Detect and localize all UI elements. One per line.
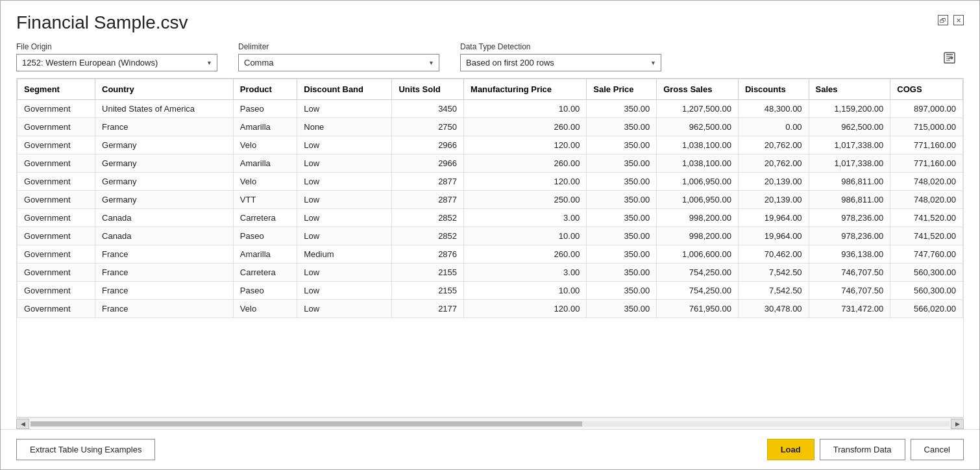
table-row: GovernmentUnited States of AmericaPaseoL… xyxy=(18,100,963,118)
horizontal-scrollbar[interactable]: ◀ ▶ xyxy=(16,417,964,429)
table-cell: 771,160.00 xyxy=(890,155,963,173)
table-cell: 715,000.00 xyxy=(890,118,963,136)
dialog-title: Financial Sample.csv xyxy=(16,12,188,33)
table-cell: 7,542.50 xyxy=(738,282,809,300)
table-cell: 2966 xyxy=(392,136,464,155)
table-cell: Carretera xyxy=(233,209,297,227)
delimiter-group: Delimiter CommaTabSemicolonSpaceColon xyxy=(238,42,439,71)
table-cell: France xyxy=(95,245,234,264)
table-cell: Government xyxy=(18,245,95,264)
table-cell: 350.00 xyxy=(587,118,657,136)
table-cell: 120.00 xyxy=(464,136,587,155)
column-header-discount-band: Discount Band xyxy=(297,79,392,100)
table-cell: 250.00 xyxy=(464,191,587,209)
table-cell: Government xyxy=(18,282,95,300)
table-cell: 754,250.00 xyxy=(657,282,739,300)
scroll-left-arrow[interactable]: ◀ xyxy=(16,419,29,429)
table-row: GovernmentGermanyVTTLow2877250.00350.001… xyxy=(18,191,963,209)
data-table: SegmentCountryProductDiscount BandUnits … xyxy=(17,79,963,318)
table-cell: 748,020.00 xyxy=(890,173,963,191)
file-origin-select[interactable]: 1252: Western European (Windows)UTF-8UTF… xyxy=(16,54,217,71)
table-cell: Government xyxy=(18,136,95,155)
table-cell: 3450 xyxy=(392,100,464,118)
table-cell: 741,520.00 xyxy=(890,227,963,245)
table-cell: 1,006,600.00 xyxy=(657,245,739,264)
column-header-gross-sales: Gross Sales xyxy=(657,79,739,100)
table-cell: Low xyxy=(297,136,392,155)
table-cell: France xyxy=(95,282,234,300)
table-cell: Amarilla xyxy=(233,245,297,264)
column-header-manufacturing-price: Manufacturing Price xyxy=(464,79,587,100)
table-cell: 748,020.00 xyxy=(890,191,963,209)
close-button[interactable]: ✕ xyxy=(953,15,964,25)
table-cell: 70,462.00 xyxy=(738,245,809,264)
extract-table-button[interactable]: Extract Table Using Examples xyxy=(16,439,155,460)
table-cell: Paseo xyxy=(233,100,297,118)
table-cell: 350.00 xyxy=(587,173,657,191)
table-cell: 731,472.00 xyxy=(809,300,890,318)
transform-data-button[interactable]: Transform Data xyxy=(820,439,905,460)
table-cell: 350.00 xyxy=(587,100,657,118)
scroll-right-arrow[interactable]: ▶ xyxy=(951,419,964,429)
table-cell: 7,542.50 xyxy=(738,264,809,282)
file-origin-label: File Origin xyxy=(16,42,217,51)
table-cell: 0.00 xyxy=(738,118,809,136)
table-cell: 350.00 xyxy=(587,264,657,282)
dialog: Financial Sample.csv 🗗 ✕ File Origin 125… xyxy=(0,0,980,470)
table-cell: United States of America xyxy=(95,100,234,118)
table-cell: Government xyxy=(18,264,95,282)
table-cell: 754,250.00 xyxy=(657,264,739,282)
table-row: GovernmentGermanyVeloLow2877120.00350.00… xyxy=(18,173,963,191)
table-cell: 120.00 xyxy=(464,300,587,318)
table-cell: 978,236.00 xyxy=(809,227,890,245)
data-type-wrapper: Based on first 200 rowsBased on entire d… xyxy=(460,54,661,71)
table-cell: 747,760.00 xyxy=(890,245,963,264)
table-cell: Germany xyxy=(95,136,234,155)
table-cell: 936,138.00 xyxy=(809,245,890,264)
table-container[interactable]: SegmentCountryProductDiscount BandUnits … xyxy=(16,78,964,417)
table-cell: France xyxy=(95,118,234,136)
table-cell: 998,200.00 xyxy=(657,209,739,227)
refresh-button[interactable] xyxy=(943,51,956,71)
table-row: GovernmentFrancePaseoLow215510.00350.007… xyxy=(18,282,963,300)
table-cell: Low xyxy=(297,282,392,300)
load-button[interactable]: Load xyxy=(767,439,815,460)
table-cell: 20,139.00 xyxy=(738,191,809,209)
refresh-icon xyxy=(943,51,956,64)
table-cell: 350.00 xyxy=(587,155,657,173)
table-cell: 2852 xyxy=(392,209,464,227)
table-cell: Velo xyxy=(233,136,297,155)
table-cell: Low xyxy=(297,191,392,209)
table-cell: 746,707.50 xyxy=(809,282,890,300)
table-row: GovernmentCanadaCarreteraLow28523.00350.… xyxy=(18,209,963,227)
table-cell: 897,000.00 xyxy=(890,100,963,118)
table-cell: 1,207,500.00 xyxy=(657,100,739,118)
table-cell: 350.00 xyxy=(587,209,657,227)
data-type-select[interactable]: Based on first 200 rowsBased on entire d… xyxy=(460,54,661,71)
table-cell: 2877 xyxy=(392,173,464,191)
table-row: GovernmentFranceVeloLow2177120.00350.007… xyxy=(18,300,963,318)
table-cell: 2177 xyxy=(392,300,464,318)
table-cell: 120.00 xyxy=(464,173,587,191)
table-cell: Government xyxy=(18,155,95,173)
table-cell: 350.00 xyxy=(587,282,657,300)
table-cell: Government xyxy=(18,118,95,136)
cancel-button[interactable]: Cancel xyxy=(911,439,964,460)
table-cell: 1,038,100.00 xyxy=(657,155,739,173)
table-cell: 10.00 xyxy=(464,227,587,245)
file-origin-wrapper: 1252: Western European (Windows)UTF-8UTF… xyxy=(16,54,217,71)
table-cell: 10.00 xyxy=(464,282,587,300)
data-type-group: Data Type Detection Based on first 200 r… xyxy=(460,42,661,71)
table-cell: 1,017,338.00 xyxy=(809,136,890,155)
delimiter-select[interactable]: CommaTabSemicolonSpaceColon xyxy=(238,54,439,71)
table-cell: 978,236.00 xyxy=(809,209,890,227)
file-origin-group: File Origin 1252: Western European (Wind… xyxy=(16,42,217,71)
table-cell: Low xyxy=(297,100,392,118)
table-cell: Velo xyxy=(233,300,297,318)
table-cell: 3.00 xyxy=(464,264,587,282)
table-cell: Germany xyxy=(95,173,234,191)
table-cell: Germany xyxy=(95,155,234,173)
table-cell: 2852 xyxy=(392,227,464,245)
restore-button[interactable]: 🗗 xyxy=(938,15,948,25)
table-cell: Government xyxy=(18,209,95,227)
